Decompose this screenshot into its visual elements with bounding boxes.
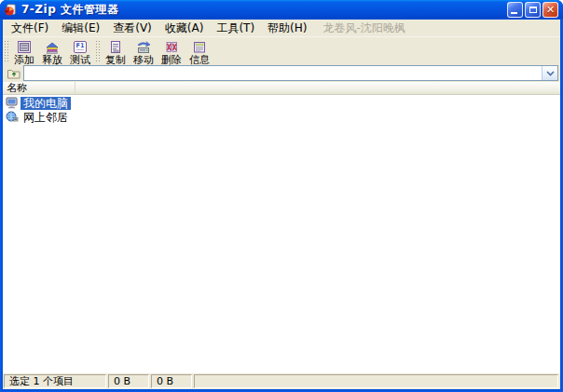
status-size-1: 0 B (108, 374, 149, 388)
status-size-2: 0 B (151, 374, 192, 388)
toolbar-button-add[interactable]: 添加 (10, 38, 38, 65)
titlebar: 7-Zip 文件管理器 ✕ (0, 0, 563, 20)
address-dropdown-button[interactable] (542, 66, 557, 80)
toolbar-button-delete[interactable]: 删除 (158, 38, 185, 65)
folder-up-icon (7, 67, 21, 80)
address-input[interactable] (24, 66, 542, 80)
address-combobox (23, 65, 558, 81)
app-window: 7-Zip 文件管理器 ✕ 文件(F) 编辑(E) 查看(V) 收藏(A) 工具… (0, 0, 563, 392)
menu-bar: 文件(F) 编辑(E) 查看(V) 收藏(A) 工具(T) 帮助(H) 龙卷风-… (3, 20, 560, 36)
menu-file[interactable]: 文件(F) (5, 20, 55, 37)
add-icon (15, 39, 34, 55)
svg-text:F1: F1 (76, 42, 85, 49)
list-header: 名称 (3, 82, 560, 95)
test-icon: F1 (71, 39, 89, 55)
toolbar-separator (95, 39, 102, 63)
menu-view[interactable]: 查看(V) (106, 20, 158, 37)
toolbar-button-info[interactable]: 信息 (185, 38, 213, 65)
move-icon (134, 39, 153, 55)
delete-icon (162, 39, 181, 55)
column-header-name[interactable]: 名称 (3, 82, 76, 94)
copy-icon (106, 39, 125, 55)
list-item-my-computer[interactable]: 我的电脑 (3, 96, 560, 110)
7zip-app-icon (4, 3, 18, 17)
window-body: 文件(F) 编辑(E) 查看(V) 收藏(A) 工具(T) 帮助(H) 龙卷风-… (3, 20, 560, 389)
list-item-label: 网上邻居 (21, 111, 71, 124)
list-item-label: 我的电脑 (21, 97, 71, 110)
close-button[interactable]: ✕ (542, 2, 558, 18)
toolbar: 添加 释放 F1 (3, 36, 560, 64)
toolbar-button-copy[interactable]: 复制 (102, 38, 130, 65)
file-list: 我的电脑 网上邻居 (3, 95, 560, 373)
menu-help[interactable]: 帮助(H) (261, 20, 313, 37)
column-header-empty (76, 82, 560, 94)
info-icon (190, 39, 209, 55)
maximize-button[interactable] (525, 2, 541, 18)
status-bar: 选定 1 个项目 0 B 0 B (3, 373, 560, 389)
window-title: 7-Zip 文件管理器 (21, 2, 507, 18)
minimize-icon (511, 12, 517, 14)
chevron-down-icon (546, 71, 555, 76)
menu-watermark-text: 龙卷风-沈阳晚枫 (323, 20, 405, 36)
minimize-button[interactable] (507, 2, 523, 18)
menu-favorites[interactable]: 收藏(A) (158, 20, 211, 37)
address-bar (3, 64, 560, 82)
toolbar-button-test[interactable]: F1 测试 (66, 38, 94, 65)
toolbar-button-extract[interactable]: 释放 (38, 38, 66, 65)
menu-edit[interactable]: 编辑(E) (55, 20, 106, 37)
toolbar-button-move[interactable]: 移动 (130, 38, 158, 65)
toolbar-gripper[interactable] (4, 39, 10, 63)
my-computer-icon (5, 97, 19, 110)
extract-icon (43, 39, 62, 55)
status-selection-count: 选定 1 个项目 (4, 374, 106, 388)
parent-folder-button[interactable] (5, 65, 23, 81)
list-item-network-places[interactable]: 网上邻居 (3, 110, 560, 124)
network-icon (5, 111, 19, 124)
status-extra (194, 374, 558, 388)
close-icon: ✕ (546, 5, 555, 15)
maximize-icon (529, 7, 537, 13)
menu-tools[interactable]: 工具(T) (210, 20, 261, 37)
